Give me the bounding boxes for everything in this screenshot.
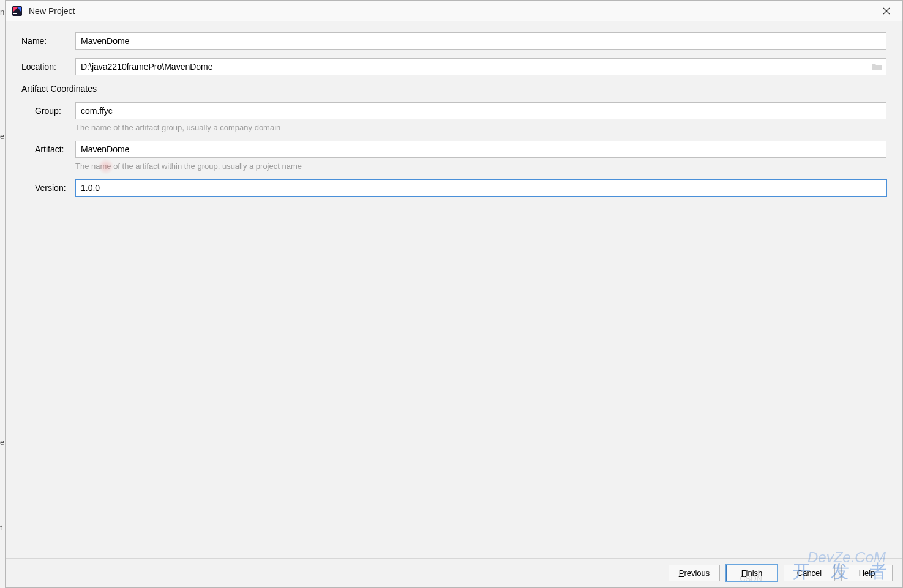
divider — [104, 89, 886, 89]
version-label: Version: — [35, 183, 75, 193]
folder-icon[interactable] — [872, 62, 883, 71]
location-label: Location: — [21, 62, 75, 72]
titlebar: New Project — [6, 1, 902, 21]
artifact-label: Artifact: — [35, 144, 75, 154]
svg-rect-1 — [13, 13, 17, 14]
group-hint: The name of the artifact group, usually … — [75, 123, 886, 132]
artifact-input[interactable] — [75, 141, 886, 158]
location-row: Location: — [21, 58, 886, 75]
group-label: Group: — [35, 106, 75, 116]
help-button[interactable]: Help — [841, 565, 893, 581]
name-row: Name: — [21, 32, 886, 50]
artifact-hint: The name of the artifact within the grou… — [75, 162, 886, 171]
group-row: Group: — [21, 102, 886, 119]
artifact-row: Artifact: — [21, 141, 886, 158]
edge-text: t — [0, 523, 2, 532]
btn-rest: inish — [746, 568, 763, 578]
dialog-title: New Project — [29, 6, 875, 16]
name-label: Name: — [21, 36, 75, 46]
artifact-coordinates-header: Artifact Coordinates — [21, 84, 886, 94]
btn-rest: revious — [684, 568, 710, 578]
dialog-content: Name: Location: Artifact Coordinates Gro… — [6, 21, 902, 558]
close-icon[interactable] — [875, 2, 897, 20]
edge-text: n — [0, 7, 4, 17]
edge-text: e — [0, 437, 4, 447]
version-row: Version: — [21, 179, 886, 196]
group-input[interactable] — [75, 102, 886, 119]
finish-button[interactable]: Finish — [726, 565, 777, 581]
cancel-button[interactable]: Cancel — [784, 565, 835, 581]
edge-text: e — [0, 132, 4, 141]
previous-button[interactable]: Previous — [669, 565, 720, 581]
new-project-dialog: New Project Name: Location: Artifact Coo… — [5, 0, 903, 588]
artifact-hint-text: The name of the artifact within the grou… — [75, 162, 302, 171]
dialog-footer: Previous Finish Cancel Help — [6, 558, 902, 587]
version-input[interactable] — [75, 179, 886, 196]
section-title: Artifact Coordinates — [21, 84, 97, 94]
location-input[interactable] — [75, 58, 886, 75]
name-input[interactable] — [75, 32, 886, 50]
intellij-icon — [12, 6, 23, 17]
